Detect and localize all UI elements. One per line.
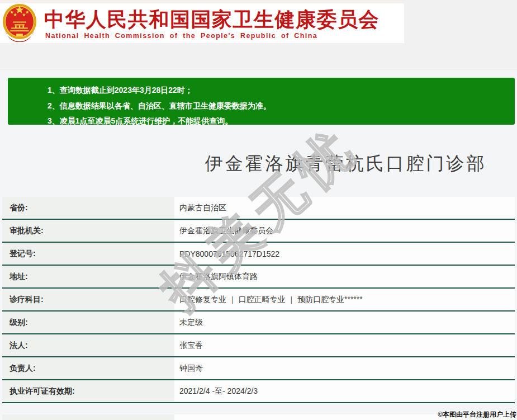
row-label: 审批机关: xyxy=(2,220,174,242)
row-label: 诊疗科目: xyxy=(2,289,174,310)
notice-line: 2、信息数据结果以各省、自治区、直辖市卫生健康委数据为准。 xyxy=(48,98,509,114)
table-row: 诊疗科目: 口腔修复专业 ｜ 口腔正畸专业 ｜ 预防口腔专业****** xyxy=(2,289,515,312)
table-row: 审批机关: 伊金霍洛旗卫生健康委员会 xyxy=(2,220,515,243)
row-value: 口腔修复专业 ｜ 口腔正畸专业 ｜ 预防口腔专业****** xyxy=(174,289,515,310)
row-value: 内蒙古自治区 xyxy=(174,197,515,219)
row-value: 伊金霍洛旗卫生健康委员会 xyxy=(174,220,515,242)
row-label xyxy=(2,414,174,420)
row-value: 张宝香 xyxy=(174,334,515,356)
page-root: 中华人民共和国国家卫生健康委员会 National Health Commiss… xyxy=(0,0,517,420)
table-row: 登记号: PDY80007615062717D1522 xyxy=(2,243,515,266)
table-row: 执业许可证有效期: 2021/2/4 -至- 2024/2/3 xyxy=(2,380,515,403)
table-row: 级别: 未定级 xyxy=(2,312,515,334)
notice-banner: 1、查询数据截止到2023年3月28日22时； 2、信息数据结果以各省、自治区、… xyxy=(8,78,515,125)
header-top-strip xyxy=(0,0,404,3)
national-emblem-icon[interactable] xyxy=(2,2,37,42)
row-label: 级别: xyxy=(2,312,174,333)
table-row: 法人: 张宝香 xyxy=(2,334,515,357)
row-label: 地址: xyxy=(2,266,174,287)
row-value: 钟国奇 xyxy=(174,357,515,379)
row-label: 负责人: xyxy=(2,357,174,379)
copyright-note: ©本图由平台注册用户上传 xyxy=(438,410,516,419)
table-row: 地址: 伊金霍洛旗阿镇体育路 xyxy=(2,266,515,289)
row-label: 执业许可证有效期: xyxy=(2,380,174,402)
page-title: 伊金霍洛旗青蕾杭氏口腔门诊部 xyxy=(174,152,517,176)
license-table: 省份: 内蒙古自治区 审批机关: 伊金霍洛旗卫生健康委员会 登记号: PDY80… xyxy=(2,197,515,403)
header-title-en: National Health Commission of the People… xyxy=(45,32,317,40)
notice-line: 1、查询数据截止到2023年3月28日22时； xyxy=(48,83,509,98)
row-label: 登记号: xyxy=(2,243,174,265)
table-row: 负责人: 钟国奇 xyxy=(2,357,515,380)
row-value: 未定级 xyxy=(174,312,515,333)
notice-line: 3、凌晨1点至凌晨5点系统进行维护，不能提供查询。 xyxy=(48,114,509,129)
row-label: 省份: xyxy=(2,197,174,219)
site-header: 中华人民共和国国家卫生健康委员会 National Health Commiss… xyxy=(0,0,404,43)
table-row: 省份: 内蒙古自治区 xyxy=(2,197,515,220)
row-value: 2021/2/4 -至- 2024/2/3 xyxy=(174,380,515,402)
row-value: 伊金霍洛旗阿镇体育路 xyxy=(174,266,515,287)
header-title-cn: 中华人民共和国国家卫生健康委员会 xyxy=(44,6,380,34)
row-value: PDY80007615062717D1522 xyxy=(174,243,515,265)
row-label: 法人: xyxy=(2,334,174,356)
